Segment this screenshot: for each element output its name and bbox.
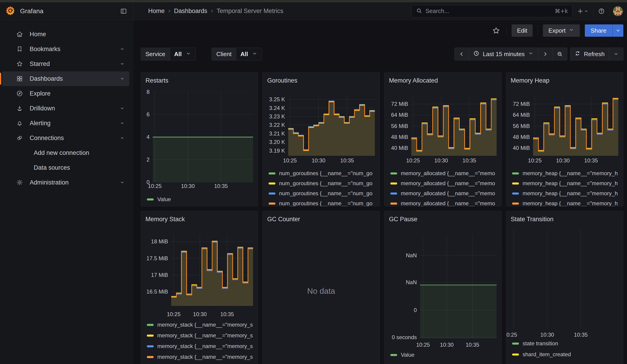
sidebar-item-connections[interactable]: Connections [2,131,129,145]
sidebar-item-dashboards[interactable]: Dashboards [2,71,129,86]
legend-item[interactable]: Value [390,352,500,358]
dock-sidebar-button[interactable] [119,6,129,16]
sidebar-item-explore[interactable]: Explore [2,86,129,101]
sidebar-item-home[interactable]: Home [2,27,129,42]
legend-item[interactable]: memory_stack {__name__="memory_s [147,332,257,339]
legend-label[interactable]: memory_allocated {__name__="memo [401,180,495,187]
legend-item[interactable]: memory_heap {__name__="memory_h [512,200,622,207]
chart-plot-area[interactable] [171,234,253,306]
legend-item[interactable]: state transition [512,340,622,347]
nav-left: Grafana [0,2,133,20]
chevron-down-icon[interactable] [120,61,125,66]
chart-plot-area[interactable] [420,234,497,338]
legend-label[interactable]: memory_heap {__name__="memory_h [522,180,618,187]
legend-label[interactable]: memory_allocated {__name__="memo [401,200,495,207]
y-axis-label: 3.20 K [263,139,285,145]
legend-item[interactable]: memory_stack {__name__="memory_s [147,343,257,349]
legend-label[interactable]: state transition [522,340,558,347]
panel-title[interactable]: Restarts [146,77,168,84]
y-axis-label: 17 MiB [141,272,168,278]
share-button[interactable]: Share [585,24,612,37]
export-button[interactable]: Export [543,24,579,37]
sidebar-item-alerting[interactable]: Alerting [2,116,129,130]
legend-item[interactable]: memory_allocated {__name__="memo [390,170,500,177]
legend-item[interactable]: memory_allocated {__name__="memo [390,180,500,187]
legend-label[interactable]: memory_heap {__name__="memory_h [522,170,618,177]
panel-title[interactable]: Goroutines [267,77,297,84]
chart-plot-area[interactable] [288,97,375,156]
legend-label[interactable]: memory_allocated {__name__="memo [401,190,495,197]
breadcrumb-item[interactable]: Dashboards [174,7,207,15]
star-dashboard-button[interactable] [491,25,501,36]
refresh-button[interactable]: Refresh [570,48,609,60]
sidebar-item-drilldown[interactable]: Drilldown [2,101,129,116]
chevron-down-icon[interactable] [120,121,125,126]
legend-label[interactable]: memory_stack {__name__="memory_s [157,332,253,339]
chevron-down-icon[interactable] [120,76,125,81]
chevron-down-icon[interactable] [120,180,125,185]
legend-label[interactable]: num_goroutines {__name__="num_go [279,170,372,177]
legend-label[interactable]: memory_stack {__name__="memory_s [157,354,253,360]
help-button[interactable] [597,6,606,16]
panel-title[interactable]: Memory Heap [511,77,549,84]
panel-title[interactable]: Memory Allocated [389,77,438,84]
avatar[interactable] [613,6,623,16]
chart-plot-area[interactable] [153,92,253,182]
legend-label[interactable]: Value [157,196,171,203]
legend-item[interactable]: shard_item_created [512,351,622,358]
panel-title[interactable]: State Transition [511,216,554,223]
sidebar-item-add-new-connection[interactable]: Add new connection [2,146,129,160]
sidebar-item-bookmarks[interactable]: Bookmarks [2,42,129,56]
add-button[interactable] [575,6,590,16]
legend-item[interactable]: num_goroutines {__name__="num_go [268,170,379,177]
service-value: All [174,51,182,58]
sidebar-item-data-sources[interactable]: Data sources [2,160,129,175]
panel-title[interactable]: Memory Stack [146,216,185,223]
chart-plot-area[interactable] [508,229,622,329]
legend-label[interactable]: memory_heap {__name__="memory_h [522,200,618,207]
share-menu-button[interactable] [612,24,623,37]
client-variable[interactable]: Client All [211,48,262,60]
search-input[interactable]: Search... ⌘+k [412,5,572,17]
legend-item[interactable]: num_goroutines {__name__="num_go [268,180,379,187]
sidebar-item-label: Data sources [34,164,129,171]
legend-item[interactable]: memory_heap {__name__="memory_h [512,180,622,187]
legend-item[interactable]: num_goroutines {__name__="num_go [268,190,379,197]
panel-title[interactable]: GC Counter [267,216,300,223]
legend-label[interactable]: num_goroutines {__name__="num_go [279,180,372,187]
legend-item[interactable]: memory_stack {__name__="memory_s [147,321,257,328]
legend-label[interactable]: Value [401,352,415,358]
legend-item[interactable]: memory_heap {__name__="memory_h [512,190,622,197]
legend-label[interactable]: num_goroutines {__name__="num_go [279,200,372,207]
panel-title[interactable]: GC Pause [389,216,418,223]
legend-label[interactable]: memory_heap {__name__="memory_h [522,190,618,197]
chart-plot-area[interactable] [411,97,497,156]
legend-label[interactable]: memory_stack {__name__="memory_s [157,343,253,349]
service-variable[interactable]: Service All [141,48,196,60]
legend-item[interactable]: memory_heap {__name__="memory_h [512,170,622,177]
chevron-down-icon[interactable] [120,47,125,52]
sidebar-item-starred[interactable]: Starred [2,56,129,71]
time-range-button[interactable]: Last 15 minutes [469,48,538,60]
legend-label[interactable]: num_goroutines {__name__="num_go [279,190,372,197]
chevron-up-icon[interactable] [120,135,125,141]
refresh-interval-button[interactable] [609,48,623,60]
legend-label[interactable]: memory_allocated {__name__="memo [401,170,495,177]
legend-label[interactable]: memory_stack {__name__="memory_s [157,321,253,328]
chart-plot-area[interactable] [533,97,618,156]
legend-item[interactable]: memory_allocated {__name__="memo [390,200,500,207]
legend-item[interactable]: memory_stack {__name__="memory_s [147,354,257,360]
time-back-button[interactable] [454,48,469,60]
zoom-out-button[interactable] [552,48,567,60]
dashboard-grid: Restarts0246810:2510:3010:35ValueGorouti… [141,72,623,364]
chevron-down-icon[interactable] [120,106,125,111]
time-forward-button[interactable] [538,48,552,60]
sidebar-item-administration[interactable]: Administration [2,175,129,190]
legend-item[interactable]: memory_allocated {__name__="memo [390,190,500,197]
edit-button[interactable]: Edit [512,24,533,37]
legend-item[interactable]: num_goroutines {__name__="num_go [268,200,379,207]
legend-label[interactable]: shard_item_created [522,351,571,358]
search-icon [416,7,422,15]
breadcrumb-item[interactable]: Home [148,7,165,15]
legend-item[interactable]: Value [147,196,257,203]
